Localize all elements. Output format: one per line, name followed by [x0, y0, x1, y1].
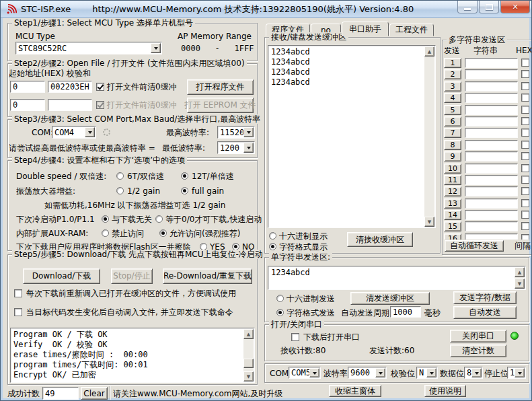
hex-checkbox-2[interactable] [521, 70, 529, 78]
max-baud-select[interactable]: 115200 [217, 126, 255, 139]
hex-checkbox-12[interactable] [521, 187, 529, 195]
multi-string-input-11[interactable] [465, 175, 518, 185]
hex-checkbox-8[interactable] [521, 141, 529, 149]
send-string-button-12[interactable]: 12 [444, 186, 461, 196]
baud-dropdown-icon[interactable] [375, 368, 385, 377]
scroll-down-icon[interactable]: ▼ [515, 279, 525, 289]
start-addr-input-2[interactable]: 0 [10, 99, 45, 111]
multi-string-input-2[interactable] [465, 69, 518, 79]
parity-select[interactable]: N [416, 367, 438, 379]
com-port-select[interactable]: COM4 [52, 126, 96, 139]
scroll-up-icon[interactable]: ▲ [515, 267, 525, 277]
stopbits-select[interactable]: 1 [507, 367, 526, 379]
radio-zero-required[interactable] [155, 215, 163, 223]
multi-string-input-16[interactable] [465, 233, 518, 240]
min-baud-dropdown-icon[interactable] [243, 143, 254, 153]
send-string-button-3[interactable]: 3 [444, 81, 461, 92]
minimize-button[interactable] [457, 1, 478, 13]
databits-dropdown-icon[interactable] [471, 368, 482, 377]
hex-checkbox-14[interactable] [521, 211, 529, 219]
auto-send-period-input[interactable]: 1000 [390, 306, 421, 318]
hex-checkbox-6[interactable] [521, 117, 529, 125]
checksum-input-1[interactable]: 002203EH [48, 81, 92, 93]
hex-checkbox-9[interactable] [521, 152, 529, 160]
serial-com-dropdown-icon[interactable] [309, 368, 319, 377]
stopbits-dropdown-icon[interactable] [515, 368, 525, 377]
send-scrollbar[interactable]: ▲ ▼ [515, 267, 525, 289]
radio-char-send[interactable] [276, 309, 284, 316]
send-string-button-10[interactable]: 10 [444, 163, 461, 174]
send-string-button-16[interactable]: 16 [444, 233, 461, 240]
checksum-input-2[interactable] [48, 99, 92, 111]
send-data-button[interactable]: 发送字符/数据 [453, 291, 517, 304]
multi-string-input-12[interactable] [465, 186, 518, 196]
send-string-button-4[interactable]: 4 [444, 93, 461, 103]
send-string-button-2[interactable]: 2 [444, 69, 461, 79]
scroll-up-icon[interactable]: ▲ [243, 329, 254, 339]
open-port-after-download-checkbox[interactable] [291, 333, 299, 341]
radio-full-gain[interactable] [181, 187, 188, 194]
start-addr-input-1[interactable]: 0 [10, 81, 45, 93]
max-baud-dropdown-icon[interactable] [243, 127, 254, 137]
radio-6t[interactable] [116, 172, 124, 180]
hex-checkbox-1[interactable] [521, 59, 529, 67]
hex-checkbox-13[interactable] [521, 199, 529, 207]
redownload-button[interactable]: Re-Download/重复下载 [163, 268, 252, 284]
radio-forbid-access[interactable] [102, 229, 109, 237]
serial-com-select[interactable]: COM5 [289, 367, 321, 379]
hex-checkbox-7[interactable] [521, 129, 529, 137]
radio-download-unrelated[interactable] [102, 215, 109, 223]
hex-checkbox-10[interactable] [521, 164, 529, 172]
scroll-down-icon[interactable]: ▼ [424, 217, 434, 227]
tab-project-file[interactable]: 工程文件 [389, 24, 434, 36]
multi-string-input-9[interactable] [465, 151, 518, 161]
databits-select[interactable]: 8 [464, 367, 483, 379]
hex-checkbox-15[interactable] [521, 222, 529, 230]
radio-char-display[interactable] [269, 243, 276, 250]
log-scrollbar-thumb[interactable] [243, 359, 254, 368]
clear-counts-button[interactable]: 清空计数 [450, 344, 506, 357]
multi-string-input-1[interactable] [465, 58, 518, 68]
help-button[interactable]: 使用说明 [424, 385, 466, 397]
titlebar[interactable]: STC-ISP.exe http://www.MCU-Memory.com 技术… [1, 1, 531, 18]
send-string-button-15[interactable]: 15 [444, 221, 461, 231]
receive-buffer-area[interactable]: 1234abcd 1234abcd 1234abcd 1234abcd ▲ ▼ [268, 45, 436, 228]
autoload-on-change-checkbox[interactable] [14, 308, 22, 316]
clear-buffer-checkbox-1[interactable] [96, 83, 104, 91]
shrink-window-button[interactable]: 收缩主窗体 [329, 385, 381, 397]
clear-count-button-left[interactable]: Clear [81, 387, 108, 400]
scroll-down-icon[interactable]: ▼ [243, 371, 254, 381]
send-string-button-13[interactable]: 13 [444, 198, 461, 209]
send-string-button-7[interactable]: 7 [444, 128, 461, 138]
close-button[interactable]: ✕ [500, 1, 530, 13]
radio-12t[interactable] [181, 172, 188, 180]
clear-receive-buffer-button[interactable]: 清接收缓冲区 [347, 232, 413, 247]
hex-checkbox-16[interactable] [521, 234, 529, 240]
multi-string-input-5[interactable] [465, 105, 518, 115]
send-buffer-area[interactable]: 1234abcd ▲ ▼ [268, 266, 526, 290]
scroll-up-icon[interactable]: ▲ [424, 46, 434, 57]
receive-scrollbar[interactable]: ▲ ▼ [424, 46, 434, 227]
hex-checkbox-4[interactable] [521, 94, 529, 102]
auto-loop-send-button[interactable]: 自动循环发送 [445, 240, 504, 252]
download-button[interactable]: Download/下载 [23, 268, 100, 284]
success-count-input[interactable]: 49 [42, 387, 79, 400]
send-string-button-5[interactable]: 5 [444, 105, 461, 115]
tab-serial-assistant[interactable]: 串口助手 [342, 22, 389, 36]
parity-dropdown-icon[interactable] [426, 368, 436, 377]
auto-send-button[interactable]: 自动发送 [453, 306, 517, 319]
hex-checkbox-5[interactable] [521, 106, 529, 114]
multi-string-input-13[interactable] [465, 198, 518, 209]
min-baud-select[interactable]: 1200 [217, 141, 255, 154]
download-log[interactable]: Program OK / 下载 OK Verify OK / 校验 OK era… [10, 328, 255, 383]
send-string-button-8[interactable]: 8 [444, 140, 461, 150]
com-port-dropdown-icon[interactable] [85, 127, 95, 137]
hex-checkbox-11[interactable] [521, 176, 529, 184]
send-string-button-6[interactable]: 6 [444, 116, 461, 126]
multi-string-input-14[interactable] [465, 210, 518, 220]
radio-allow-access[interactable] [159, 229, 167, 237]
baud-select[interactable]: 9600 [348, 367, 387, 379]
multi-string-input-10[interactable] [465, 163, 518, 174]
close-port-button[interactable]: 关闭串口 [450, 330, 506, 342]
reload-before-download-checkbox[interactable] [14, 289, 22, 297]
